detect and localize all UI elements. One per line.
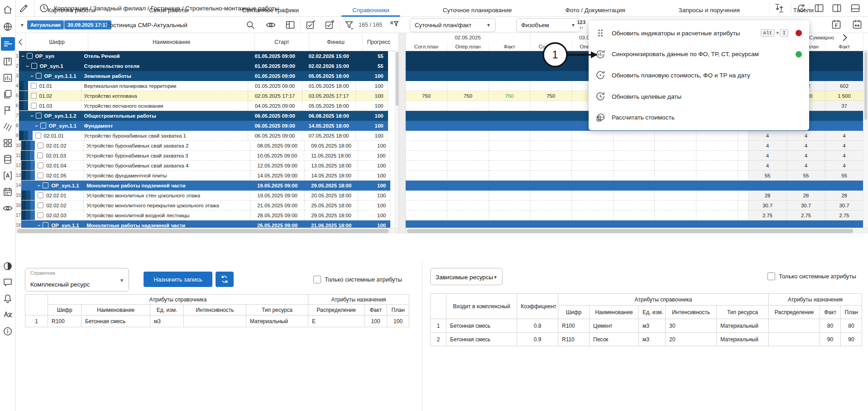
filter-icon[interactable] (344, 19, 355, 30)
collapse-toggle-icon[interactable]: − (37, 183, 41, 188)
table-row[interactable]: 1002.01.02Устройство буронабивных свай з… (16, 141, 398, 151)
table-row[interactable]: 1102.01.03Устройство буронабивных свай з… (16, 151, 398, 161)
refresh-assignment-button[interactable] (216, 272, 234, 287)
table-row[interactable]: 1602.02.02Устройство монолитного перекры… (16, 201, 398, 210)
right-grid-hscrollbar[interactable] (406, 228, 868, 234)
column-header[interactable]: Шифр (558, 306, 590, 319)
plan-fact-row[interactable]: 2.752.752.75 (406, 210, 868, 220)
plan-fact-row[interactable]: 444 (406, 131, 868, 141)
schedule-caret-icon[interactable]: ▼ (20, 23, 24, 28)
menu-item[interactable]: Синхронизировать данные по ФО, ТР, СТ, р… (589, 44, 809, 65)
table-row[interactable]: 1R100Бетонная смесьм3МатериальныйЕ100100 (25, 315, 409, 327)
tab-6[interactable]: Фото / Документация (561, 0, 630, 19)
system-attrs-checkbox[interactable]: Только системные атрибуты (313, 276, 402, 283)
tab-1[interactable]: Карточка работы (43, 0, 100, 19)
row-checkbox[interactable] (38, 172, 43, 178)
tab-8[interactable]: Табели (789, 0, 818, 19)
sidebar-item-pages[interactable] (2, 89, 13, 100)
sidebar-item-board[interactable] (2, 56, 13, 67)
row-checkbox[interactable] (31, 63, 37, 69)
scroll-thumb[interactable] (17, 229, 388, 233)
collapse-toggle-icon[interactable]: − (30, 113, 34, 119)
column-header[interactable]: Коэффициент (517, 294, 558, 319)
collapse-toggle-icon[interactable]: − (34, 123, 39, 129)
panel-splitter[interactable] (398, 33, 406, 234)
left-grid-vscrollbar[interactable] (395, 51, 398, 228)
plan-fact-row[interactable] (406, 220, 868, 228)
edit-icon[interactable] (19, 3, 29, 14)
collapse-panel-icon[interactable] (16, 37, 26, 48)
tab-4[interactable]: Справочники (348, 0, 394, 19)
row-checkbox[interactable] (38, 162, 43, 168)
column-header[interactable]: Тип ресурса (717, 306, 769, 319)
column-header[interactable]: Факт (364, 305, 387, 315)
table-row[interactable]: 1Бетонная смесь0.8R100Цементм330Материал… (431, 319, 862, 333)
menu-item[interactable]: Обновить целевые даты (589, 86, 809, 107)
row-checkbox[interactable] (38, 202, 43, 208)
column-header[interactable]: Входит в комплексный (446, 294, 517, 319)
subcolumn-header[interactable]: Опер.план (447, 42, 489, 51)
table-row[interactable]: 8−OP_syn.1.1Фундамент06.05.2025 09:0014.… (16, 121, 398, 131)
sidebar-item-gantt[interactable] (1, 37, 15, 51)
sidebar-item-database[interactable] (2, 154, 13, 165)
system-attrs-checkbox[interactable]: Только системные атрибуты (767, 272, 856, 280)
table-row[interactable]: 2−OP_syn.1Строительство отеля01.05.2025 … (16, 61, 398, 71)
sidebar-item-bell[interactable] (2, 293, 13, 304)
sidebar-item-grid[interactable] (2, 138, 13, 148)
column-header[interactable]: Ед. изм. (639, 306, 666, 319)
row-checkbox[interactable] (37, 153, 43, 158)
menu-item[interactable]: Обновить плановую стоимость, ФО и ТР на … (589, 65, 809, 86)
left-grid-hscrollbar[interactable] (16, 228, 398, 234)
column-header-code[interactable]: Шифр (26, 33, 88, 51)
dependent-select[interactable]: Зависимые ресурсы ▼ (430, 268, 503, 285)
tab-5[interactable]: Суточное планирование (438, 0, 517, 19)
sidebar-item-calendar[interactable] (2, 186, 13, 197)
column-header-name[interactable]: Наименование (88, 33, 255, 51)
assign-record-button[interactable]: Назначить запись (144, 272, 212, 287)
collapse-header-cell[interactable] (16, 33, 26, 51)
column-header[interactable]: Распределение (308, 305, 364, 315)
menu-item[interactable]: Рассчитать стоимость (589, 107, 809, 128)
menu-item[interactable]: Обновить индикаторы и расчетные атрибуты… (589, 23, 809, 44)
table-row[interactable]: 14−OP_syn.1.1Монолитные работы подземной… (16, 181, 398, 191)
subcolumn-header[interactable]: Факт (825, 42, 863, 51)
row-checkbox[interactable] (31, 103, 37, 109)
sidebar-item-globe[interactable] (2, 21, 13, 32)
table-row[interactable]: 1−OP_synОтель Речной01.05.2025 09:0002.0… (16, 51, 398, 61)
row-checkbox[interactable] (38, 143, 43, 148)
subcolumn-header[interactable]: Факт (489, 42, 530, 51)
column-header-start[interactable]: Старт (255, 33, 309, 51)
plan-fact-row[interactable] (406, 181, 868, 191)
right-grid-vscrollbar[interactable] (863, 51, 868, 228)
row-checkbox[interactable] (43, 182, 48, 188)
column-header[interactable]: Интенсивность (184, 305, 246, 315)
row-checkbox[interactable] (38, 192, 43, 198)
row-checkbox[interactable] (43, 222, 48, 228)
table-row[interactable]: 1202.01.04Устройство буронабивных свай з… (16, 161, 398, 171)
column-header[interactable]: Тип ресурса (246, 305, 308, 315)
column-header[interactable]: Интенсивность (666, 306, 717, 319)
table-row[interactable]: 601.03Устройство песчаного основания04.0… (16, 101, 398, 111)
eye-icon[interactable] (265, 19, 276, 30)
table-row[interactable]: 18−OP_syn.1.1Монолитные работы надземной… (16, 220, 398, 228)
sidebar-item-hatch[interactable] (2, 121, 13, 132)
sidebar-item-home[interactable] (2, 4, 13, 15)
tab-3[interactable]: Связанные графики (237, 0, 303, 19)
clear-filter-icon[interactable] (389, 19, 400, 30)
row-checkbox[interactable] (36, 113, 42, 119)
column-header[interactable]: Факт (820, 306, 841, 319)
column-header[interactable]: Шифр (48, 305, 82, 315)
sidebar-item-comment[interactable] (2, 277, 13, 288)
plan-fact-row[interactable]: 30.730.730.7 (406, 201, 868, 210)
table-row[interactable]: 3−OP_syn.1.1.1Земляные работы01.05.2025 … (16, 71, 398, 81)
layout-bottom-icon[interactable] (850, 3, 861, 14)
search-icon[interactable] (245, 19, 256, 30)
row-checkbox[interactable] (38, 212, 43, 218)
column-header-finish[interactable]: Финиш (309, 33, 363, 51)
tab-7[interactable]: Запросы и поручения (674, 0, 744, 19)
subcolumn-header[interactable]: Согл.план (530, 42, 572, 51)
collapse-toggle-icon[interactable]: − (21, 53, 25, 59)
column-header[interactable]: Наименование (590, 306, 639, 319)
fact-calendar-icon[interactable]: F (831, 19, 842, 30)
uncheck-all-icon[interactable] (324, 19, 335, 30)
